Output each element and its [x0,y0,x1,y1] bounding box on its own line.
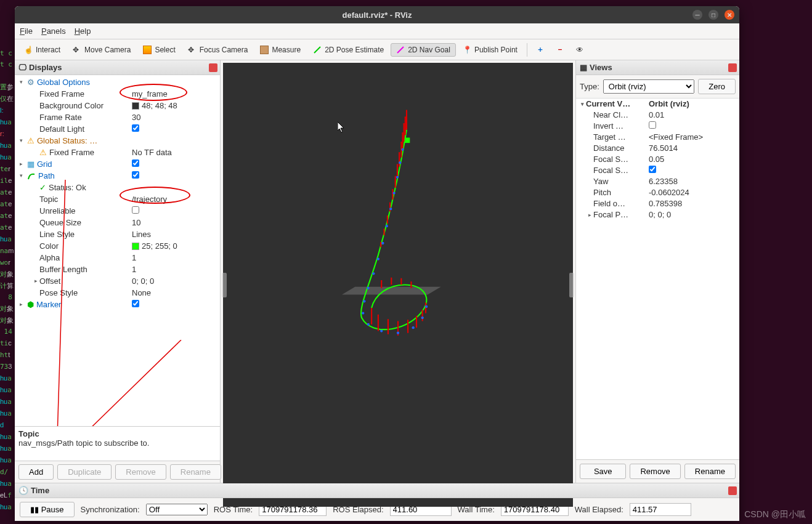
close-panel-icon[interactable] [209,63,217,72]
tool-measure[interactable]: Measure [254,43,306,57]
svg-point-43 [380,329,383,332]
path-color-value[interactable]: 25; 255; 0 [132,240,177,252]
displays-tree[interactable]: ▾⚙Global Options Fixed Framemy_frame Bac… [15,75,220,426]
menubar: File Panels Help [15,23,739,39]
buffer-length-label: Buffer Length [39,264,87,275]
rename-button[interactable]: Rename [170,464,221,480]
right-handle[interactable] [569,273,574,297]
expand-arrow[interactable]: ▸ [17,158,25,170]
pose-style-value[interactable]: None [132,287,151,299]
tool-publish-point[interactable]: 📍Publish Point [457,43,523,57]
interact-icon: ☝ [24,46,33,54]
buffer-length-value[interactable]: 1 [132,264,136,275]
remove-button[interactable]: Remove [115,464,166,480]
fixed-frame-value[interactable]: my_frame [132,88,168,100]
tool-minus[interactable]: － [551,42,569,57]
duplicate-button[interactable]: Duplicate [57,464,112,480]
tool-move-camera[interactable]: ✥Move Camera [67,43,136,57]
global-status[interactable]: Global Status: … [37,135,97,147]
path-display[interactable]: Path [38,170,55,182]
view-type-row: Type: Orbit (rviz) Zero [576,75,739,99]
expand-arrow[interactable]: ▸ [586,209,593,220]
add-button[interactable]: Add [18,464,54,480]
global-options[interactable]: Global Options [37,76,90,88]
path-topic-value[interactable]: /trajectory [132,193,167,205]
expand-arrow[interactable]: ▾ [579,99,586,110]
views-tree[interactable]: ▾Current V…Orbit (rviz) Near Cl…0.01 Inv… [576,99,739,459]
maximize-button[interactable]: □ [708,10,718,20]
near-clip-value[interactable]: 0.01 [649,110,664,121]
tool-interact[interactable]: ☝Interact [18,43,66,57]
expand-arrow[interactable]: ▾ [17,76,25,88]
wall-elapsed-field[interactable] [630,503,691,516]
alpha-label: Alpha [39,252,60,264]
menu-file[interactable]: File [20,26,33,36]
views-icon: ▦ [580,63,587,72]
save-view-button[interactable]: Save [580,464,626,479]
close-panel-icon[interactable] [728,63,737,72]
remove-view-button[interactable]: Remove [630,464,680,479]
menu-help[interactable]: Help [75,26,91,36]
path-unreliable-checkbox[interactable] [132,206,139,214]
menu-panels[interactable]: Panels [41,26,66,36]
wall-elapsed-label: Wall Elapsed: [575,505,623,514]
alpha-value[interactable]: 1 [132,252,136,264]
expand-arrow[interactable]: ▸ [32,275,39,287]
svg-point-31 [399,161,401,164]
yaw-label: Yaw [593,176,650,187]
sync-select[interactable]: Off [146,504,208,515]
pitch-value[interactable]: -0.0602024 [649,187,689,198]
tool-select[interactable]: Select [137,43,181,57]
svg-point-40 [363,300,365,302]
frame-rate-value[interactable]: 30 [132,111,140,123]
distance-value[interactable]: 76.5014 [649,143,678,154]
grid-icon: ▦ [27,158,35,170]
close-button[interactable]: ✕ [725,10,734,20]
grid-display[interactable]: Grid [37,158,52,170]
description-box: Topic nav_msgs/Path topic to subscribe t… [15,426,220,461]
focal-point-value[interactable]: 0; 0; 0 [649,209,671,220]
expand-arrow[interactable]: ▾ [17,170,25,182]
tool-focus-camera[interactable]: ✥Focus Camera [182,43,254,57]
expand-arrow[interactable]: ▸ [17,299,25,310]
measure-icon [260,46,269,54]
focal-fixed-checkbox[interactable] [649,166,656,173]
path-checkbox[interactable] [132,171,139,179]
default-light-checkbox[interactable] [132,124,139,132]
3d-viewport[interactable] [223,63,573,507]
tool-plus[interactable]: ＋ [531,42,550,57]
svg-point-41 [362,312,364,314]
expand-arrow[interactable]: ▾ [17,135,25,147]
tool-nav-goal[interactable]: 2D Nav Goal [391,43,456,57]
target-frame-value[interactable]: <Fixed Frame> [649,132,703,143]
bg-color-label: Background Color [39,100,104,111]
marker-display[interactable]: Marker [36,299,61,310]
eye-icon: 👁 [576,46,583,54]
pause-button[interactable]: ▮▮ Pause [20,502,75,517]
line-style-value[interactable]: Lines [132,228,151,240]
rename-view-button[interactable]: Rename [684,464,736,479]
grid-checkbox[interactable] [132,159,139,167]
path-unreliable-label: Unreliable [39,205,76,217]
view-type-select[interactable]: Orbit (rviz) [603,79,694,94]
minimize-button[interactable]: ─ [692,10,702,20]
svg-point-34 [389,208,392,210]
watermark: CSDN @田小呱 [744,509,806,520]
frame-rate-label: Frame Rate [39,111,82,123]
path-color-label: Color [39,240,59,252]
tool-eye[interactable]: 👁 [570,43,589,57]
fov-value[interactable]: 0.785398 [649,198,682,209]
close-panel-icon[interactable] [728,486,737,495]
zero-button[interactable]: Zero [698,79,736,94]
bg-color-value[interactable]: 48; 48; 48 [132,100,177,111]
queue-size-value[interactable]: 10 [132,217,140,228]
invert-z-checkbox[interactable] [649,121,656,129]
focal-fixed-label: Focal S… [593,165,650,176]
tool-pose-estimate[interactable]: 2D Pose Estimate [307,43,389,57]
focal-size-value[interactable]: 0.05 [649,154,664,165]
left-handle[interactable] [222,273,227,297]
marker-checkbox[interactable] [132,300,139,307]
yaw-value[interactable]: 6.23358 [649,176,678,187]
offset-value[interactable]: 0; 0; 0 [132,275,154,287]
displays-icon: 🖵 [18,63,26,72]
